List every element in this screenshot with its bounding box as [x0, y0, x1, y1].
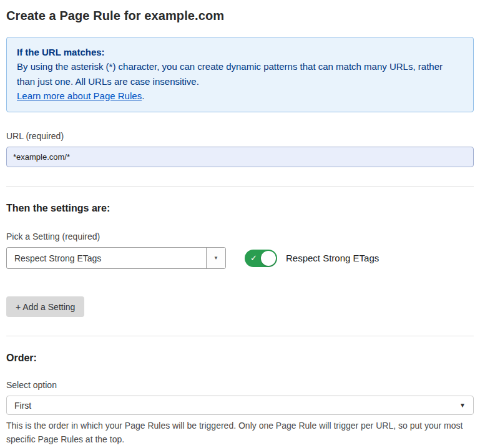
url-input[interactable]	[6, 147, 474, 167]
toggle-knob	[261, 251, 276, 266]
setting-row: Respect Strong ETags ▼ ✓ Respect Strong …	[6, 247, 474, 269]
page-title: Create a Page Rule for example.com	[6, 9, 474, 23]
info-box-heading: If the URL matches:	[17, 45, 463, 59]
divider-settings-order	[6, 336, 474, 336]
settings-heading: Then the settings are:	[6, 203, 474, 214]
chevron-down-icon: ▼	[459, 402, 466, 409]
setting-toggle-group: ✓ Respect Strong ETags	[245, 250, 379, 267]
url-field-label: URL (required)	[6, 131, 474, 141]
page-rule-form: Create a Page Rule for example.com If th…	[6, 9, 474, 448]
info-box-body: By using the asterisk (*) character, you…	[17, 59, 463, 89]
add-setting-button[interactable]: + Add a Setting	[6, 296, 84, 317]
chevron-down-icon: ▼	[213, 255, 218, 261]
link-period: .	[142, 90, 144, 101]
setting-select[interactable]: Respect Strong ETags ▼	[6, 247, 226, 269]
learn-more-link[interactable]: Learn more about Page Rules	[17, 90, 142, 101]
respect-strong-etags-toggle[interactable]: ✓	[245, 250, 277, 267]
order-select-value: First	[14, 401, 459, 411]
info-box-link-line: Learn more about Page Rules.	[17, 89, 463, 103]
order-heading: Order:	[6, 353, 474, 364]
url-match-info-box: If the URL matches: By using the asteris…	[6, 37, 474, 112]
toggle-label: Respect Strong ETags	[286, 253, 379, 263]
order-select[interactable]: First ▼	[6, 396, 474, 415]
order-select-label: Select option	[6, 380, 474, 390]
setting-select-value: Respect Strong ETags	[7, 248, 206, 268]
order-help-text: This is the order in which your Page Rul…	[6, 419, 471, 446]
check-icon: ✓	[250, 253, 257, 263]
divider-url-settings	[6, 186, 474, 187]
setting-select-arrow-button[interactable]: ▼	[206, 248, 225, 268]
pick-setting-label: Pick a Setting (required)	[6, 231, 474, 241]
